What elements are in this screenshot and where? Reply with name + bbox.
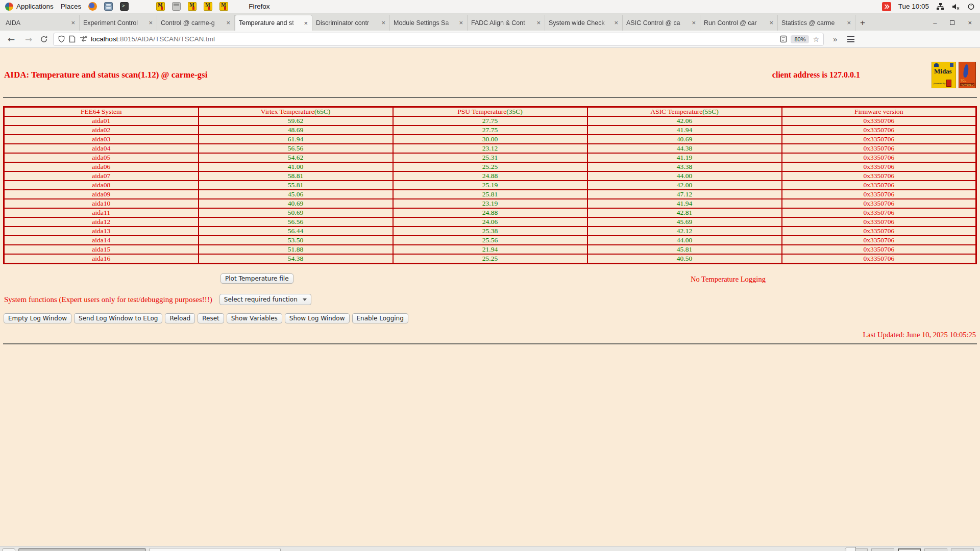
table-row: aida0456.5623.1244.380x3350706 bbox=[4, 144, 976, 153]
function-select[interactable]: Select required function bbox=[219, 294, 311, 305]
tab-close-icon[interactable]: × bbox=[148, 19, 153, 27]
tab-6[interactable]: Module Settings Sa× bbox=[390, 15, 468, 31]
minimize-button[interactable]: – bbox=[933, 19, 937, 26]
network-icon[interactable] bbox=[936, 3, 944, 11]
show-variables-button[interactable]: Show Variables bbox=[227, 313, 282, 323]
reader-view-icon[interactable] bbox=[780, 35, 787, 43]
terminal-icon[interactable] bbox=[120, 2, 129, 11]
tab-close-icon[interactable]: × bbox=[536, 19, 541, 27]
tab-strip: AIDA×Experiment Control×Control @ carme-… bbox=[0, 13, 980, 31]
column-header: Firmware version bbox=[782, 107, 976, 117]
tab-close-icon[interactable]: × bbox=[458, 19, 463, 27]
virtex-cell: 55.81 bbox=[199, 181, 393, 190]
gnome-top-bar: Applications Places Firefox Tue 10:05 bbox=[0, 0, 980, 13]
tab-label: Module Settings Sa bbox=[394, 19, 456, 27]
clock[interactable]: Tue 10:05 bbox=[898, 3, 929, 10]
tab-10[interactable]: Run Control @ car× bbox=[700, 15, 778, 31]
shield-icon[interactable] bbox=[58, 35, 65, 43]
places-menu[interactable]: Places bbox=[61, 3, 82, 10]
maximize-button[interactable] bbox=[950, 20, 954, 25]
empty-log-window-button[interactable]: Empty Log Window bbox=[4, 313, 71, 323]
places-label: Places bbox=[61, 3, 82, 10]
workspace-5[interactable] bbox=[951, 548, 974, 551]
midas-app-icon[interactable] bbox=[188, 2, 197, 11]
file-manager-icon[interactable] bbox=[104, 2, 113, 11]
tab-label: System wide Check bbox=[549, 19, 611, 27]
firmware-cell: 0x3350706 bbox=[782, 254, 976, 264]
send-log-window-to-elog-button[interactable]: Send Log Window to ELog bbox=[74, 313, 162, 323]
tab-close-icon[interactable]: × bbox=[226, 19, 231, 27]
tab-3[interactable]: Control @ carme-g× bbox=[157, 15, 235, 31]
tab-close-icon[interactable]: × bbox=[691, 19, 696, 27]
workspace-3[interactable] bbox=[898, 548, 921, 551]
tab-2[interactable]: Experiment Control× bbox=[80, 15, 157, 31]
tab-label: FADC Align & Cont bbox=[471, 19, 534, 27]
tab-label: Experiment Control bbox=[83, 19, 146, 27]
logging-status: No Temperature Logging bbox=[691, 275, 766, 284]
workspace-4[interactable] bbox=[924, 548, 947, 551]
table-body: aida0159.6227.7542.060x3350706aida0248.6… bbox=[4, 116, 976, 264]
forward-button[interactable]: → bbox=[22, 34, 35, 44]
tab-4[interactable]: Temperature and st× bbox=[235, 15, 312, 31]
show-log-window-button[interactable]: Show Log Window bbox=[285, 313, 350, 323]
tab-8[interactable]: System wide Check× bbox=[545, 15, 623, 31]
tab-5[interactable]: Discriminator contr× bbox=[312, 15, 390, 31]
page-info-icon[interactable] bbox=[69, 35, 76, 43]
midas-app-icon[interactable] bbox=[156, 2, 165, 11]
virtex-cell: 54.62 bbox=[199, 153, 393, 162]
tab-9[interactable]: ASIC Control @ ca× bbox=[623, 15, 700, 31]
reset-button[interactable]: Reset bbox=[198, 313, 224, 323]
tab-close-icon[interactable]: × bbox=[381, 19, 386, 27]
midas-app-icon[interactable] bbox=[204, 2, 212, 11]
firmware-cell: 0x3350706 bbox=[782, 217, 976, 227]
menu-icon[interactable] bbox=[847, 35, 854, 44]
table-row: aida1654.3825.2540.500x3350706 bbox=[4, 254, 976, 264]
psu-cell: 25.31 bbox=[393, 153, 587, 162]
active-app-label[interactable]: Firefox bbox=[249, 3, 270, 10]
overflow-menu-icon[interactable]: » bbox=[833, 35, 837, 43]
table-row: aida0248.6927.7541.940x3350706 bbox=[4, 126, 976, 135]
power-icon[interactable] bbox=[967, 3, 975, 10]
back-button[interactable]: ← bbox=[5, 34, 17, 44]
task-button[interactable]: Temperature and status scan @ car... bbox=[18, 548, 146, 551]
workspace-1[interactable] bbox=[845, 548, 868, 551]
close-window-button[interactable]: × bbox=[968, 19, 972, 26]
system-cell: aida08 bbox=[4, 181, 199, 190]
tab-close-icon[interactable]: × bbox=[769, 19, 774, 27]
tab-1[interactable]: AIDA× bbox=[2, 15, 80, 31]
system-cell: aida16 bbox=[4, 254, 199, 264]
enable-logging-button[interactable]: Enable Logging bbox=[352, 313, 408, 323]
new-tab-button[interactable]: + bbox=[855, 15, 870, 31]
show-desktop-button[interactable] bbox=[2, 548, 15, 551]
plot-temperature-button[interactable]: Plot Temperature file bbox=[220, 273, 293, 284]
firmware-cell: 0x3350706 bbox=[782, 227, 976, 236]
asic-cell: 42.06 bbox=[587, 116, 782, 126]
reload-button[interactable]: Reload bbox=[165, 313, 195, 323]
tab-7[interactable]: FADC Align & Cont× bbox=[468, 15, 545, 31]
system-cell: aida10 bbox=[4, 199, 199, 208]
volume-muted-icon[interactable] bbox=[951, 3, 960, 11]
task-buttons: Temperature and status scan @ car...AIDA… bbox=[18, 548, 281, 551]
url-text[interactable]: localhost:8015/AIDA/TSCAN/TSCAN.tml bbox=[91, 35, 776, 43]
psu-cell: 25.25 bbox=[393, 162, 587, 171]
workspace-2[interactable] bbox=[871, 548, 894, 551]
permissions-icon[interactable] bbox=[79, 36, 87, 42]
task-button[interactable]: AIDA MIDAS HTTPd bbox=[149, 548, 281, 551]
reload-button[interactable] bbox=[40, 35, 48, 43]
tab-close-icon[interactable]: × bbox=[70, 19, 76, 27]
firefox-launcher-icon[interactable] bbox=[88, 2, 97, 11]
window-app-icon[interactable] bbox=[172, 2, 181, 11]
notification-icon[interactable] bbox=[882, 2, 891, 11]
virtex-cell: 56.44 bbox=[199, 227, 393, 236]
url-bar[interactable]: localhost:8015/AIDA/TSCAN/TSCAN.tml 80% … bbox=[53, 33, 824, 46]
zoom-level-button[interactable]: 80% bbox=[791, 35, 809, 43]
psu-cell: 25.25 bbox=[393, 254, 587, 264]
tab-11[interactable]: Statistics @ carme× bbox=[778, 15, 855, 31]
tab-close-icon[interactable]: × bbox=[614, 19, 619, 27]
bookmark-star-icon[interactable]: ☆ bbox=[813, 35, 819, 43]
midas-app-icon[interactable] bbox=[219, 2, 228, 11]
tab-close-icon[interactable]: × bbox=[303, 19, 308, 27]
tab-close-icon[interactable]: × bbox=[846, 19, 851, 27]
table-actions: Plot Temperature file No Temperature Log… bbox=[0, 273, 980, 286]
applications-menu[interactable]: Applications bbox=[5, 3, 54, 11]
